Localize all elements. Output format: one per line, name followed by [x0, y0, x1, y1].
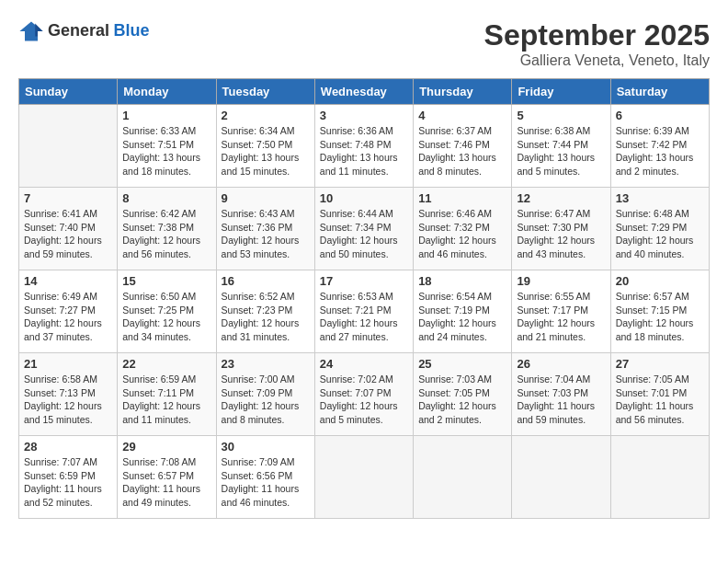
calendar-cell: 4Sunrise: 6:37 AM Sunset: 7:46 PM Daylig…	[414, 105, 512, 188]
day-info: Sunrise: 6:52 AM Sunset: 7:23 PM Dayligh…	[222, 290, 310, 344]
day-number: 7	[24, 191, 112, 205]
header-day: Sunday	[19, 79, 118, 105]
day-info: Sunrise: 6:44 AM Sunset: 7:34 PM Dayligh…	[320, 207, 408, 261]
calendar-cell: 2Sunrise: 6:34 AM Sunset: 7:50 PM Daylig…	[216, 105, 314, 188]
logo-icon	[18, 18, 44, 44]
day-number: 2	[222, 109, 310, 122]
day-info: Sunrise: 6:41 AM Sunset: 7:40 PM Dayligh…	[24, 207, 112, 261]
day-info: Sunrise: 6:58 AM Sunset: 7:13 PM Dayligh…	[24, 373, 112, 427]
calendar-cell: 28Sunrise: 7:07 AM Sunset: 6:59 PM Dayli…	[19, 436, 118, 519]
day-number: 21	[24, 357, 112, 371]
day-number: 24	[320, 357, 408, 371]
day-info: Sunrise: 6:42 AM Sunset: 7:38 PM Dayligh…	[122, 207, 210, 261]
month-title: September 2025	[484, 18, 710, 52]
location-title: Galliera Veneta, Veneto, Italy	[484, 52, 710, 69]
calendar-week-row: 28Sunrise: 7:07 AM Sunset: 6:59 PM Dayli…	[19, 436, 710, 519]
day-number: 27	[616, 357, 704, 371]
day-number: 4	[418, 109, 506, 122]
day-number: 11	[418, 191, 506, 205]
logo-text-blue: Blue	[114, 21, 150, 40]
calendar-cell: 14Sunrise: 6:49 AM Sunset: 7:27 PM Dayli…	[19, 270, 118, 353]
calendar-cell: 24Sunrise: 7:02 AM Sunset: 7:07 PM Dayli…	[314, 353, 413, 436]
calendar-header: SundayMondayTuesdayWednesdayThursdayFrid…	[19, 79, 710, 105]
calendar-cell: 18Sunrise: 6:54 AM Sunset: 7:19 PM Dayli…	[414, 270, 512, 353]
calendar-cell: 20Sunrise: 6:57 AM Sunset: 7:15 PM Dayli…	[610, 270, 709, 353]
day-number: 17	[320, 274, 408, 288]
calendar-table: SundayMondayTuesdayWednesdayThursdayFrid…	[18, 78, 710, 519]
calendar-cell	[314, 436, 413, 519]
calendar-week-row: 14Sunrise: 6:49 AM Sunset: 7:27 PM Dayli…	[19, 270, 710, 353]
day-info: Sunrise: 7:07 AM Sunset: 6:59 PM Dayligh…	[24, 455, 112, 510]
day-number: 9	[222, 191, 310, 205]
day-number: 26	[517, 357, 605, 371]
calendar-cell: 7Sunrise: 6:41 AM Sunset: 7:40 PM Daylig…	[19, 188, 118, 270]
day-info: Sunrise: 6:46 AM Sunset: 7:32 PM Dayligh…	[418, 207, 506, 261]
calendar-week-row: 21Sunrise: 6:58 AM Sunset: 7:13 PM Dayli…	[19, 353, 710, 436]
day-number: 3	[320, 109, 408, 122]
calendar-cell: 1Sunrise: 6:33 AM Sunset: 7:51 PM Daylig…	[118, 105, 216, 188]
calendar-cell: 13Sunrise: 6:48 AM Sunset: 7:29 PM Dayli…	[610, 188, 709, 270]
header-day: Saturday	[610, 79, 709, 105]
calendar-cell: 6Sunrise: 6:39 AM Sunset: 7:42 PM Daylig…	[610, 105, 709, 188]
header-day: Monday	[118, 79, 216, 105]
calendar-cell: 21Sunrise: 6:58 AM Sunset: 7:13 PM Dayli…	[19, 353, 118, 436]
day-info: Sunrise: 6:34 AM Sunset: 7:50 PM Dayligh…	[222, 124, 310, 178]
calendar-cell: 22Sunrise: 6:59 AM Sunset: 7:11 PM Dayli…	[118, 353, 216, 436]
calendar-cell	[19, 105, 118, 188]
day-info: Sunrise: 6:36 AM Sunset: 7:48 PM Dayligh…	[320, 124, 408, 178]
day-number: 28	[24, 440, 112, 454]
day-number: 16	[222, 274, 310, 288]
logo: General Blue	[18, 18, 150, 44]
day-info: Sunrise: 6:47 AM Sunset: 7:30 PM Dayligh…	[517, 207, 605, 261]
day-info: Sunrise: 7:04 AM Sunset: 7:03 PM Dayligh…	[517, 373, 605, 427]
day-info: Sunrise: 6:37 AM Sunset: 7:46 PM Dayligh…	[418, 124, 506, 178]
calendar-cell: 25Sunrise: 7:03 AM Sunset: 7:05 PM Dayli…	[414, 353, 512, 436]
calendar-cell: 17Sunrise: 6:53 AM Sunset: 7:21 PM Dayli…	[314, 270, 413, 353]
day-info: Sunrise: 6:48 AM Sunset: 7:29 PM Dayligh…	[616, 207, 704, 261]
day-number: 18	[418, 274, 506, 288]
logo-text-general: General	[48, 21, 109, 40]
day-number: 15	[122, 274, 210, 288]
calendar-week-row: 1Sunrise: 6:33 AM Sunset: 7:51 PM Daylig…	[19, 105, 710, 188]
header-day: Friday	[512, 79, 610, 105]
day-number: 10	[320, 191, 408, 205]
header-day: Tuesday	[216, 79, 314, 105]
calendar-cell	[414, 436, 512, 519]
day-info: Sunrise: 7:00 AM Sunset: 7:09 PM Dayligh…	[222, 373, 310, 427]
calendar-cell: 3Sunrise: 6:36 AM Sunset: 7:48 PM Daylig…	[314, 105, 413, 188]
calendar-cell: 15Sunrise: 6:50 AM Sunset: 7:25 PM Dayli…	[118, 270, 216, 353]
day-info: Sunrise: 6:33 AM Sunset: 7:51 PM Dayligh…	[122, 124, 210, 178]
header-row: SundayMondayTuesdayWednesdayThursdayFrid…	[19, 79, 710, 105]
calendar-cell: 11Sunrise: 6:46 AM Sunset: 7:32 PM Dayli…	[414, 188, 512, 270]
day-info: Sunrise: 6:39 AM Sunset: 7:42 PM Dayligh…	[616, 124, 704, 178]
day-number: 13	[616, 191, 704, 205]
day-info: Sunrise: 6:43 AM Sunset: 7:36 PM Dayligh…	[222, 207, 310, 261]
day-number: 6	[616, 109, 704, 122]
calendar-cell: 23Sunrise: 7:00 AM Sunset: 7:09 PM Dayli…	[216, 353, 314, 436]
calendar-cell	[610, 436, 709, 519]
day-number: 30	[222, 440, 310, 454]
title-block: September 2025 Galliera Veneta, Veneto, …	[484, 18, 710, 69]
calendar-cell: 19Sunrise: 6:55 AM Sunset: 7:17 PM Dayli…	[512, 270, 610, 353]
header-day: Thursday	[414, 79, 512, 105]
calendar-cell: 5Sunrise: 6:38 AM Sunset: 7:44 PM Daylig…	[512, 105, 610, 188]
day-number: 5	[517, 109, 605, 122]
header: General Blue September 2025 Galliera Ven…	[18, 18, 710, 69]
calendar-week-row: 7Sunrise: 6:41 AM Sunset: 7:40 PM Daylig…	[19, 188, 710, 270]
day-number: 23	[222, 357, 310, 371]
day-info: Sunrise: 7:09 AM Sunset: 6:56 PM Dayligh…	[222, 455, 310, 510]
day-number: 29	[122, 440, 210, 454]
header-day: Wednesday	[314, 79, 413, 105]
day-number: 8	[122, 191, 210, 205]
day-info: Sunrise: 6:57 AM Sunset: 7:15 PM Dayligh…	[616, 290, 704, 344]
calendar-cell: 29Sunrise: 7:08 AM Sunset: 6:57 PM Dayli…	[118, 436, 216, 519]
calendar-cell: 30Sunrise: 7:09 AM Sunset: 6:56 PM Dayli…	[216, 436, 314, 519]
day-info: Sunrise: 6:55 AM Sunset: 7:17 PM Dayligh…	[517, 290, 605, 344]
day-info: Sunrise: 6:59 AM Sunset: 7:11 PM Dayligh…	[122, 373, 210, 427]
calendar-cell: 12Sunrise: 6:47 AM Sunset: 7:30 PM Dayli…	[512, 188, 610, 270]
day-info: Sunrise: 6:38 AM Sunset: 7:44 PM Dayligh…	[517, 124, 605, 178]
calendar-cell: 16Sunrise: 6:52 AM Sunset: 7:23 PM Dayli…	[216, 270, 314, 353]
day-number: 19	[517, 274, 605, 288]
day-info: Sunrise: 6:53 AM Sunset: 7:21 PM Dayligh…	[320, 290, 408, 344]
calendar-cell: 10Sunrise: 6:44 AM Sunset: 7:34 PM Dayli…	[314, 188, 413, 270]
